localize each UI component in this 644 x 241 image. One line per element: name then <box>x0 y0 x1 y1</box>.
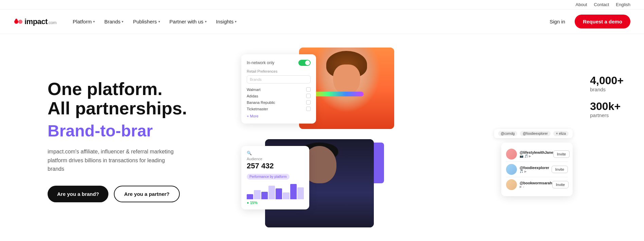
topbar-about[interactable]: About <box>576 2 587 7</box>
audience-label: Audience <box>247 157 304 161</box>
svg-point-2 <box>15 19 17 21</box>
retail-toggle-label: In-network only <box>247 60 274 65</box>
walmart-checkbox[interactable] <box>306 87 311 92</box>
sign-in-button[interactable]: Sign in <box>545 16 569 27</box>
partner-chevron-icon: ▾ <box>205 20 207 23</box>
social-row-2: @foodieexplorer 🎵 ▶ Invite <box>506 162 568 177</box>
analytics-percent: ● 15% <box>247 201 304 205</box>
retail-section-label: Retail Preferences <box>247 69 311 73</box>
hero-right: 4,000+ brands 300k+ partners In-network … <box>231 48 630 234</box>
woman-face <box>333 64 360 95</box>
chart-bar-7 <box>290 184 297 199</box>
hero-animated-text: Brand-to-brar <box>48 121 217 141</box>
social-icons-2: 🎵 ▶ <box>520 170 552 173</box>
top-bar: About Contact English <box>0 0 644 10</box>
nav-items: Platform ▾ Brands ▾ Publishers ▾ Partner… <box>69 16 545 27</box>
retail-card: In-network only Retail Preferences Brand… <box>241 54 316 124</box>
hero-title: One platform. All partnerships. <box>48 79 217 118</box>
social-info-2: @foodieexplorer 🎵 ▶ <box>520 166 552 173</box>
brands-number: 4,000+ <box>590 75 624 87</box>
social-tag-1[interactable]: @corndg <box>498 131 518 136</box>
nav-brands[interactable]: Brands ▾ <box>100 16 128 27</box>
request-demo-button[interactable]: Request a demo <box>575 15 630 29</box>
partners-label: partners <box>590 112 624 118</box>
retail-row-ticketmaster: Ticketmaster <box>247 106 311 112</box>
chart-bar-5 <box>276 188 282 200</box>
hero-description: impact.com's affiliate, influencer & ref… <box>48 147 177 173</box>
retail-row-walmart: Walmart <box>247 86 311 93</box>
adidas-checkbox[interactable] <box>306 94 311 98</box>
chart-bar-1 <box>247 194 253 199</box>
stat-partners: 300k+ partners <box>590 100 624 118</box>
svg-point-1 <box>18 20 22 24</box>
social-icons-1: 📷 🎵 ▶ <box>520 154 553 158</box>
analytics-card: 🔍 Audience 257 432 Performance by platfo… <box>241 146 309 209</box>
brands-label: brands <box>590 87 624 92</box>
nav-right: Sign in Request a demo <box>545 15 630 29</box>
nav-partner[interactable]: Partner with us ▾ <box>166 16 211 27</box>
invite-button-2[interactable]: Invite <box>552 166 568 173</box>
retail-card-header: In-network only <box>247 60 311 66</box>
chart-bar-8 <box>297 187 304 199</box>
brand-button[interactable]: Are you a brand? <box>48 186 108 202</box>
retail-more-link[interactable]: + More <box>247 114 311 118</box>
navbar: impact.com Platform ▾ Brands ▾ Publisher… <box>0 10 644 34</box>
social-row-3: @bookwormsarah ▶ ♪ Invite <box>506 177 568 192</box>
brands-input[interactable]: Brands <box>247 75 311 84</box>
social-info-1: @lifestylewithJane 📷 🎵 ▶ <box>520 150 553 158</box>
performance-badge: Performance by platform <box>247 174 290 180</box>
network-toggle[interactable] <box>298 60 311 66</box>
avatar-3 <box>506 179 517 190</box>
topbar-contact[interactable]: Contact <box>594 2 609 7</box>
social-row-1: @lifestylewithJane 📷 🎵 ▶ Invite <box>506 147 568 162</box>
social-tag-3[interactable]: × eliza <box>553 131 569 136</box>
avatar-1 <box>506 149 517 160</box>
partners-number: 300k+ <box>590 100 624 112</box>
brands-chevron-icon: ▾ <box>122 20 123 23</box>
retail-row-banana: Banana Republic <box>247 99 311 106</box>
hero-buttons: Are you a brand? Are you a partner? <box>48 186 217 202</box>
audience-number: 257 432 <box>247 162 304 170</box>
social-tags-bar: @corndg @foodieexplorer × eliza <box>494 129 573 138</box>
nav-publishers[interactable]: Publishers ▾ <box>129 16 164 27</box>
hero-left: One platform. All partnerships. Brand-to… <box>48 79 217 202</box>
nav-platform[interactable]: Platform ▾ <box>69 16 99 27</box>
insights-chevron-icon: ▾ <box>235 20 237 23</box>
social-invite-card: @lifestylewithJane 📷 🎵 ▶ Invite @foodiee… <box>501 143 573 196</box>
chart-bar-3 <box>261 192 268 200</box>
hero-section: One platform. All partnerships. Brand-to… <box>0 34 644 241</box>
ticketmaster-checkbox[interactable] <box>306 107 311 111</box>
chart-bar-2 <box>254 190 260 200</box>
invite-button-3[interactable]: Invite <box>552 181 569 188</box>
logo-text: impact.com <box>24 18 56 25</box>
avatar-2 <box>506 164 517 175</box>
topbar-language[interactable]: English <box>616 2 630 7</box>
social-info-3: @bookwormsarah ▶ ♪ <box>520 181 552 188</box>
social-name-2: @foodieexplorer <box>520 166 552 170</box>
analytics-chart <box>247 182 304 199</box>
social-name-3: @bookwormsarah <box>520 181 552 185</box>
banana-checkbox[interactable] <box>306 100 311 105</box>
social-tag-2[interactable]: @foodieexplorer <box>520 131 551 136</box>
invite-button-1[interactable]: Invite <box>553 150 570 158</box>
chart-bar-4 <box>268 186 275 199</box>
nav-insights[interactable]: Insights ▾ <box>212 16 241 27</box>
publishers-chevron-icon: ▾ <box>158 20 160 23</box>
social-icons-3: ▶ ♪ <box>520 185 552 188</box>
logo[interactable]: impact.com <box>14 17 56 26</box>
platform-chevron-icon: ▾ <box>93 20 95 23</box>
partner-button[interactable]: Are you a partner? <box>114 186 179 202</box>
social-name-1: @lifestylewithJane <box>520 150 553 154</box>
retail-row-adidas: Adidas <box>247 93 311 99</box>
stat-brands: 4,000+ brands <box>590 75 624 92</box>
stats-panel: 4,000+ brands 300k+ partners <box>590 75 624 118</box>
chart-bar-6 <box>283 192 289 199</box>
search-icon: 🔍 <box>247 151 304 155</box>
